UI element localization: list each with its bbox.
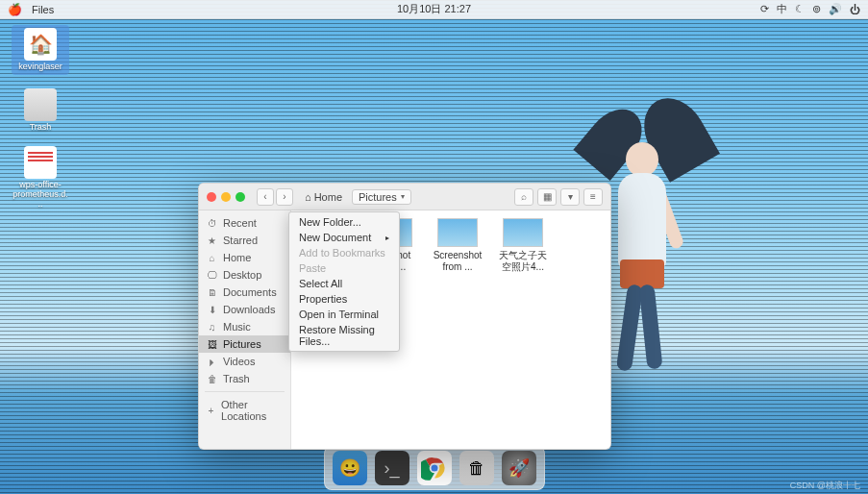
context-menu-item[interactable]: New Folder... bbox=[289, 214, 399, 230]
power-icon[interactable]: ⏻ bbox=[850, 4, 860, 15]
dock-terminal[interactable]: ›_ bbox=[375, 451, 409, 485]
minimize-button[interactable] bbox=[221, 192, 231, 202]
sidebar-icon: ⬇ bbox=[207, 305, 217, 315]
context-menu-item[interactable]: Restore Missing Files... bbox=[289, 322, 399, 349]
input-method-icon[interactable]: 中 bbox=[777, 2, 787, 16]
sidebar: ⏱Recent★Starred⌂Home🖵Desktop🗎Documents⬇D… bbox=[199, 210, 291, 449]
sidebar-icon: 🗑 bbox=[207, 374, 217, 384]
document-icon bbox=[24, 146, 57, 179]
sidebar-icon: ⏱ bbox=[207, 218, 217, 229]
sidebar-item-label: Starred bbox=[223, 235, 258, 246]
top-menu-bar: 🍎 Files 10月10日 21:27 ⟳ 中 ☾ ⊚ 🔊 ⏻ bbox=[0, 0, 868, 19]
sidebar-item-label: Desktop bbox=[223, 269, 261, 281]
context-menu-item[interactable]: Properties bbox=[289, 291, 399, 307]
search-button[interactable]: ⌕ bbox=[514, 188, 533, 206]
context-menu-item[interactable]: New Document▸ bbox=[289, 230, 399, 245]
sidebar-icon: ♫ bbox=[207, 322, 217, 333]
sidebar-item-trash[interactable]: 🗑Trash bbox=[199, 370, 290, 387]
view-dropdown-button[interactable]: ▾ bbox=[560, 188, 580, 206]
view-grid-button[interactable]: ▦ bbox=[537, 188, 557, 206]
menu-item-label: Open in Terminal bbox=[299, 309, 379, 320]
sidebar-icon: 🖵 bbox=[207, 270, 217, 281]
dock-finder[interactable]: 😀 bbox=[333, 451, 367, 485]
sidebar-icon: 🗎 bbox=[207, 287, 217, 298]
context-menu-item: Paste bbox=[289, 260, 399, 276]
file-item[interactable]: 天气之子天空照片4... bbox=[495, 218, 551, 272]
sidebar-item-label: Other Locations bbox=[221, 399, 283, 422]
wifi-icon[interactable]: ⊚ bbox=[812, 3, 821, 15]
window-titlebar[interactable]: ‹ › ⌂ Home Pictures ⌕ ▦ ▾ ≡ bbox=[199, 184, 610, 210]
path-current-dropdown[interactable]: Pictures bbox=[352, 189, 411, 205]
active-app-name[interactable]: Files bbox=[32, 4, 54, 15]
path-home-button[interactable]: ⌂ Home bbox=[305, 191, 342, 203]
desktop-icon-home[interactable]: 🏠 kevinglaser bbox=[12, 25, 69, 75]
desktop-icon-label: kevinglaser bbox=[18, 62, 62, 72]
sidebar-icon: 🖼 bbox=[207, 339, 217, 350]
desktop-icon-label: Trash bbox=[30, 123, 52, 133]
back-button[interactable]: ‹ bbox=[257, 188, 274, 206]
sidebar-item-recent[interactable]: ⏱Recent bbox=[199, 214, 290, 232]
file-label: 天气之子天空照片4... bbox=[495, 250, 551, 272]
sidebar-item-label: Trash bbox=[223, 373, 250, 384]
menu-item-label: Properties bbox=[299, 293, 347, 305]
sidebar-item-label: Home bbox=[223, 252, 251, 263]
home-icon: ⌂ bbox=[305, 191, 311, 203]
context-menu-item[interactable]: Select All bbox=[289, 276, 399, 291]
menu-item-label: Select All bbox=[299, 278, 342, 289]
plus-icon: + bbox=[207, 406, 215, 416]
dock-trash[interactable]: 🗑 bbox=[459, 451, 494, 485]
sidebar-item-starred[interactable]: ★Starred bbox=[199, 232, 290, 249]
file-item[interactable]: Screenshot from ... bbox=[430, 218, 485, 272]
menu-item-label: Restore Missing Files... bbox=[299, 324, 389, 347]
file-label: Screenshot from ... bbox=[430, 250, 485, 272]
apple-menu-icon[interactable]: 🍎 bbox=[8, 3, 22, 16]
sidebar-item-music[interactable]: ♫Music bbox=[199, 318, 290, 335]
sidebar-item-label: Videos bbox=[223, 356, 255, 367]
menu-item-label: New Folder... bbox=[299, 216, 361, 228]
context-menu-item[interactable]: Open in Terminal bbox=[289, 307, 399, 322]
sidebar-icon: ⌂ bbox=[207, 253, 217, 263]
dock: 😀 ›_ 🗑 🚀 bbox=[324, 446, 545, 490]
sidebar-item-downloads[interactable]: ⬇Downloads bbox=[199, 301, 290, 318]
file-thumbnail bbox=[437, 218, 478, 247]
desktop-icon-label: wps-office-prometheus.d... bbox=[12, 181, 68, 210]
desktop-icon-document[interactable]: wps-office-prometheus.d... bbox=[12, 146, 69, 210]
sidebar-item-pictures[interactable]: 🖼Pictures bbox=[199, 335, 290, 353]
sidebar-item-videos[interactable]: ⏵Videos bbox=[199, 353, 290, 370]
tray-icon[interactable]: ⟳ bbox=[760, 3, 769, 15]
home-folder-icon: 🏠 bbox=[24, 28, 57, 61]
volume-icon[interactable]: 🔊 bbox=[829, 3, 842, 15]
sidebar-item-documents[interactable]: 🗎Documents bbox=[199, 284, 290, 301]
sidebar-icon: ★ bbox=[207, 235, 217, 246]
file-thumbnail bbox=[503, 218, 543, 247]
sidebar-item-label: Documents bbox=[223, 286, 277, 298]
clock: 10月10日 21:27 bbox=[397, 2, 471, 16]
maximize-button[interactable] bbox=[236, 192, 245, 202]
sidebar-item-label: Music bbox=[223, 321, 251, 333]
sidebar-icon: ⏵ bbox=[207, 357, 217, 367]
sidebar-other-locations[interactable]: +Other Locations bbox=[199, 396, 290, 425]
window-controls bbox=[207, 192, 245, 202]
menu-item-label: Paste bbox=[299, 262, 326, 274]
hamburger-menu-button[interactable]: ≡ bbox=[583, 188, 603, 206]
system-tray: ⟳ 中 ☾ ⊚ 🔊 ⏻ bbox=[760, 2, 860, 16]
menu-item-label: New Document bbox=[299, 232, 371, 243]
menu-item-label: Add to Bookmarks bbox=[299, 247, 385, 259]
forward-button[interactable]: › bbox=[276, 188, 293, 206]
path-segment: Home bbox=[314, 191, 342, 203]
desktop-icons: 🏠 kevinglaser Trash wps-office-prometheu… bbox=[12, 25, 69, 222]
sidebar-item-label: Pictures bbox=[223, 338, 261, 350]
desktop-icon-trash[interactable]: Trash bbox=[12, 88, 69, 133]
close-button[interactable] bbox=[207, 192, 216, 202]
sidebar-item-desktop[interactable]: 🖵Desktop bbox=[199, 266, 290, 284]
submenu-arrow-icon: ▸ bbox=[385, 234, 389, 242]
sidebar-item-label: Recent bbox=[223, 217, 257, 229]
sidebar-item-home[interactable]: ⌂Home bbox=[199, 249, 290, 266]
night-light-icon[interactable]: ☾ bbox=[795, 3, 805, 15]
dock-launcher[interactable]: 🚀 bbox=[502, 451, 536, 485]
path-segment: Pictures bbox=[359, 191, 397, 203]
context-menu-item: Add to Bookmarks bbox=[289, 245, 399, 260]
dock-chrome[interactable] bbox=[417, 451, 452, 485]
file-manager-window: ‹ › ⌂ Home Pictures ⌕ ▦ ▾ ≡ ⏱Recent★Star… bbox=[198, 183, 611, 450]
trash-icon bbox=[24, 88, 57, 121]
